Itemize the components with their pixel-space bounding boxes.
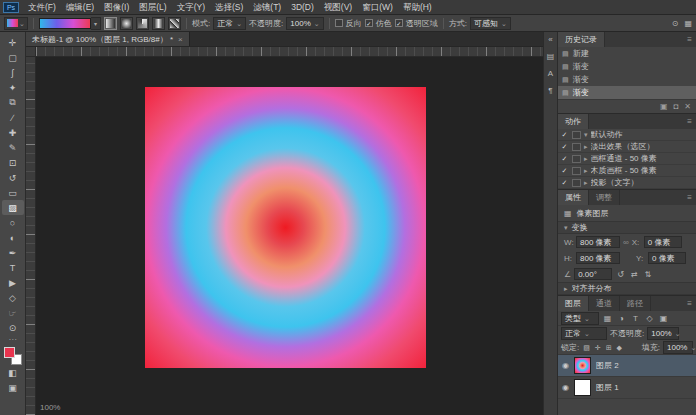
layer-row[interactable]: 图层 1 (558, 377, 696, 399)
eyedropper-tool[interactable]: ∕ (2, 110, 24, 125)
hand-tool[interactable]: ☞ (2, 305, 24, 320)
filter-type-icon[interactable] (630, 314, 641, 323)
layer-thumbnail[interactable] (574, 357, 591, 374)
panel-menu-icon[interactable] (687, 35, 692, 44)
dialog-toggle-box[interactable] (572, 155, 581, 163)
action-row[interactable]: ✓ 淡出效果（选区） (558, 141, 696, 153)
type-tool[interactable]: T (2, 260, 24, 275)
expand-icon[interactable] (584, 142, 588, 151)
mode-select[interactable]: 正常 (213, 17, 246, 30)
gradient-picker[interactable]: ▾ (39, 17, 101, 30)
canvas-image[interactable] (145, 87, 426, 368)
menu-item-3d[interactable]: 3D(D) (286, 0, 319, 15)
height-field[interactable]: 800 像素 (576, 252, 620, 264)
diamond-gradient-button[interactable] (168, 17, 181, 30)
chevron-down-icon[interactable]: ▾ (91, 17, 101, 30)
lock-pixels-icon[interactable] (605, 344, 613, 352)
dialog-toggle-box[interactable] (572, 167, 581, 175)
tab-adjustments[interactable]: 调整 (589, 190, 620, 205)
tab-paths[interactable]: 路径 (620, 296, 651, 311)
angle-gradient-button[interactable] (136, 17, 149, 30)
tab-actions[interactable]: 动作 (558, 114, 589, 129)
tool-preset-picker[interactable] (4, 17, 28, 30)
expand-icon[interactable] (584, 154, 588, 163)
new-document-from-state-icon[interactable] (660, 102, 668, 111)
blur-tool[interactable]: ○ (2, 215, 24, 230)
healing-brush-tool[interactable]: ✚ (2, 125, 24, 140)
search-icon[interactable] (672, 19, 679, 28)
filter-smart-object-icon[interactable] (658, 314, 669, 323)
angle-field[interactable]: 0.00° (574, 268, 612, 280)
screen-mode-button[interactable] (2, 380, 24, 395)
flip-horizontal-icon[interactable] (629, 270, 640, 279)
lasso-tool[interactable]: ʃ (2, 65, 24, 80)
action-set-row[interactable]: ✓ 默认动作 (558, 129, 696, 141)
panel-menu-icon[interactable] (687, 299, 692, 308)
toggle-item-check[interactable]: ✓ (560, 131, 569, 139)
vertical-ruler[interactable] (26, 57, 36, 415)
menu-item-image[interactable]: 图像(I) (99, 0, 134, 15)
visibility-eye-icon[interactable] (562, 361, 569, 370)
document-tab[interactable]: 未标题-1 @ 100%（图层 1, RGB/8#） * × (26, 32, 190, 46)
x-field[interactable]: 0 像素 (644, 236, 682, 248)
menu-item-type[interactable]: 文字(Y) (172, 0, 210, 15)
new-snapshot-icon[interactable] (673, 102, 678, 111)
foreground-color-swatch[interactable] (4, 347, 15, 358)
expand-icon[interactable] (584, 166, 588, 175)
toggle-item-check[interactable]: ✓ (560, 143, 569, 151)
eraser-tool[interactable]: ▭ (2, 185, 24, 200)
tab-history[interactable]: 历史记录 (558, 32, 605, 47)
toggle-item-check[interactable]: ✓ (560, 155, 569, 163)
transparency-checkbox[interactable]: ✓ (395, 19, 403, 27)
tab-layers[interactable]: 图层 (558, 296, 589, 311)
close-icon[interactable]: × (178, 35, 183, 44)
flip-vertical-icon[interactable] (643, 270, 654, 279)
color-swatches[interactable] (4, 347, 22, 365)
y-field[interactable]: 0 像素 (648, 252, 686, 264)
collapse-icon[interactable] (564, 284, 568, 293)
rotate-icon[interactable] (615, 270, 626, 279)
filter-adjustment-icon[interactable] (616, 314, 627, 323)
action-row[interactable]: ✓ 木质画框 - 50 像素 (558, 165, 696, 177)
blend-mode-select[interactable]: 正常 (561, 327, 607, 340)
dialog-toggle-box[interactable] (572, 179, 581, 187)
color-panel-icon[interactable] (547, 52, 555, 61)
link-dimensions-icon[interactable] (623, 238, 629, 247)
history-state[interactable]: 渐变 (558, 60, 696, 73)
quick-selection-tool[interactable]: ✦ (2, 80, 24, 95)
dialog-toggle-box[interactable] (572, 143, 581, 151)
horizontal-ruler[interactable] (36, 47, 543, 57)
menu-item-select[interactable]: 选择(S) (210, 0, 248, 15)
panel-menu-icon[interactable] (687, 117, 692, 126)
history-state[interactable]: 新建 (558, 47, 696, 60)
filter-shape-icon[interactable] (644, 314, 655, 323)
move-tool[interactable]: ✛ (2, 35, 24, 50)
lock-all-icon[interactable] (616, 344, 623, 352)
zoom-tool[interactable]: ⊙ (2, 320, 24, 335)
action-row[interactable]: ✓ 投影（文字） (558, 177, 696, 189)
brush-tool[interactable]: ✎ (2, 140, 24, 155)
dodge-tool[interactable]: ◐ (2, 230, 24, 245)
history-brush-tool[interactable]: ↺ (2, 170, 24, 185)
paragraph-panel-icon[interactable] (548, 86, 552, 95)
menu-item-window[interactable]: 窗口(W) (357, 0, 398, 15)
method-select[interactable]: 可感知 (470, 17, 511, 30)
width-field[interactable]: 800 像素 (576, 236, 620, 248)
panel-menu-icon[interactable] (687, 193, 692, 202)
delete-state-icon[interactable] (684, 102, 691, 111)
dialog-toggle-box[interactable] (572, 131, 581, 139)
radial-gradient-button[interactable] (120, 17, 133, 30)
menu-item-edit[interactable]: 编辑(E) (61, 0, 99, 15)
menu-item-layer[interactable]: 图层(L) (134, 0, 171, 15)
menu-item-file[interactable]: 文件(F) (23, 0, 61, 15)
crop-tool[interactable]: ⧉ (2, 95, 24, 110)
shape-tool[interactable]: ◇ (2, 290, 24, 305)
layer-opacity-select[interactable]: 100% (647, 327, 679, 340)
lock-position-icon[interactable] (594, 344, 602, 352)
tab-channels[interactable]: 通道 (589, 296, 620, 311)
action-row[interactable]: ✓ 画框通道 - 50 像素 (558, 153, 696, 165)
layer-filter-select[interactable]: 类型 (561, 312, 599, 325)
toggle-item-check[interactable]: ✓ (560, 179, 569, 187)
layer-thumbnail[interactable] (574, 379, 591, 396)
dither-checkbox[interactable]: ✓ (365, 19, 373, 27)
